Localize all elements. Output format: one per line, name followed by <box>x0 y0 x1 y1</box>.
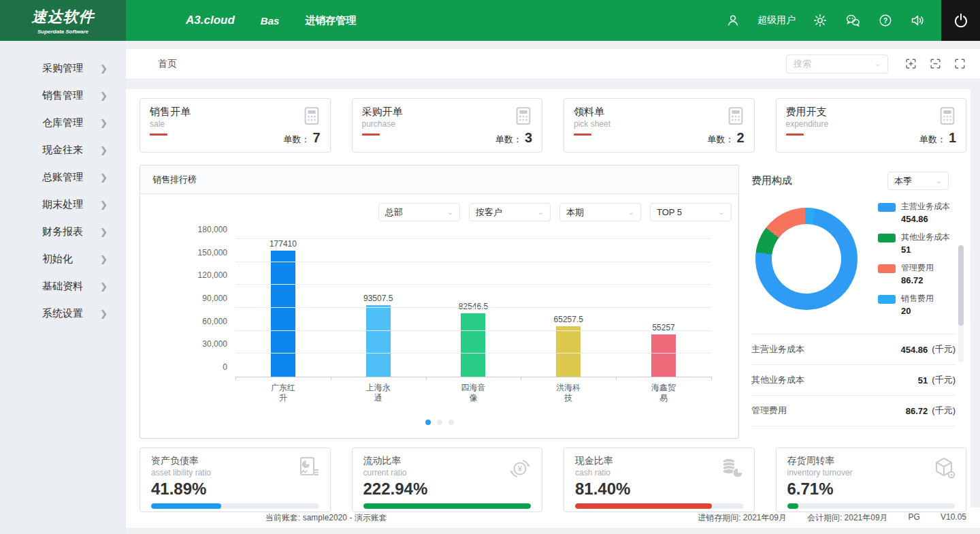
breakdown-row: 管理费用 86.72 (千元) <box>751 396 956 426</box>
status-bar-item: 进销存期间: 2021年09月 <box>698 512 787 524</box>
sidebar-item-label: 财务报表 <box>42 225 83 238</box>
zoom-in-icon[interactable] <box>904 57 917 70</box>
legend-label: 管理费用 <box>901 262 934 274</box>
sidebar-menu: 采购管理 ❯ 销售管理 ❯ 仓库管理 ❯ 现金往来 ❯ 总账管理 ❯ 期末处理 … <box>0 41 126 534</box>
sidebar-item[interactable]: 总账管理 ❯ <box>0 163 126 191</box>
x-axis-tick <box>426 377 427 380</box>
zoom-out-icon[interactable] <box>929 57 942 70</box>
bar-column: 177410 <box>235 239 331 377</box>
settings-gear-icon[interactable] <box>812 12 828 29</box>
nav-item-a3cloud[interactable]: A3.cloud <box>186 14 235 27</box>
sidebar-item[interactable]: 采购管理 ❯ <box>0 54 126 82</box>
chart-filter-select[interactable]: 总部 ⌄ <box>378 203 460 221</box>
y-axis-tick: 150,000 <box>165 248 227 257</box>
stat-card-subtitle: sale <box>150 119 321 129</box>
chevron-right-icon: ❯ <box>100 118 108 128</box>
carousel-dot[interactable] <box>448 420 454 425</box>
chart-filter-select[interactable]: 本期 ⌄ <box>559 203 641 221</box>
tab-home[interactable]: 首页 <box>158 58 177 70</box>
help-icon[interactable]: ? <box>877 12 894 29</box>
metric-card: 现金比率 cash ratio 81.40% <box>564 447 755 512</box>
box-icon <box>930 455 958 482</box>
x-axis-category-label: 洪海科技 <box>521 383 616 403</box>
gridline <box>235 307 711 308</box>
bar <box>461 313 485 377</box>
expense-donut <box>755 208 858 310</box>
x-axis-tick <box>235 377 236 380</box>
metric-card: 存货周转率 inventory turnover 6.71% <box>776 447 967 512</box>
nav-item-bas[interactable]: Bas <box>261 15 280 27</box>
stat-card-title: 采购开单 <box>362 106 533 119</box>
chart-filter-select[interactable]: 按客户 ⌄ <box>469 203 551 221</box>
legend-swatch <box>878 234 896 242</box>
sidebar-item[interactable]: 销售管理 ❯ <box>0 82 126 109</box>
sidebar-item[interactable]: 期末处理 ❯ <box>0 191 126 218</box>
user-icon[interactable] <box>725 12 741 29</box>
stat-card[interactable]: 费用开支 expenditure 单数：1 <box>776 98 967 153</box>
nav-item-inventory-module[interactable]: 进销存管理 <box>305 14 356 27</box>
app-header: 速达软件 Superdata Software A3.cloud Bas 进销存… <box>0 0 980 41</box>
logo-subtitle: Superdata Software <box>37 29 88 35</box>
legend-label: 其他业务成本 <box>901 232 950 243</box>
sidebar-item[interactable]: 系统设置 ❯ <box>0 300 126 327</box>
breakdown-unit: (千元) <box>932 343 956 356</box>
sidebar-item-label: 基础资料 <box>42 280 83 293</box>
chevron-down-icon: ⌄ <box>447 208 453 217</box>
bar <box>366 305 391 377</box>
chevron-down-icon: ⌄ <box>719 208 725 217</box>
breakdown-label: 管理费用 <box>751 405 787 417</box>
sales-ranking-card: 销售排行榜 总部 ⌄ 按客户 ⌄ 本期 ⌄ TOP 5 ⌄ 1774109350… <box>140 165 739 439</box>
sidebar-item-label: 销售管理 <box>42 89 83 102</box>
stat-card-subtitle: purchase <box>362 119 533 129</box>
sidebar-item[interactable]: 财务报表 ❯ <box>0 218 126 245</box>
filter-value: TOP 5 <box>657 207 682 217</box>
x-axis-category-label: 广东红升 <box>235 383 331 403</box>
sidebar-item[interactable]: 仓库管理 ❯ <box>0 109 126 136</box>
calculator-icon <box>513 106 534 126</box>
sidebar-item[interactable]: 初始化 ❯ <box>0 245 126 272</box>
stat-card-count: 单数：2 <box>707 130 744 146</box>
expense-period-select[interactable]: 本季 ⌄ <box>887 172 949 190</box>
x-axis-tick <box>331 377 331 380</box>
fullscreen-icon[interactable] <box>953 57 966 70</box>
metric-card-value: 222.94% <box>363 480 532 499</box>
search-input[interactable]: 搜索 ⌄ <box>786 54 888 74</box>
sidebar-item[interactable]: 现金往来 ❯ <box>0 136 126 163</box>
logout-power-button[interactable] <box>941 0 980 41</box>
sidebar-item-label: 现金往来 <box>42 144 83 157</box>
stat-card[interactable]: 领料单 pick sheet 单数：2 <box>564 98 755 153</box>
app-logo: 速达软件 Superdata Software <box>0 0 126 41</box>
legend-swatch <box>878 203 896 212</box>
metric-card: 流动比率 current ratio 222.94% ¥ <box>352 447 543 512</box>
stat-card[interactable]: 销售开单 sale 单数：7 <box>140 98 331 153</box>
bar-column: 82546.5 <box>426 239 521 377</box>
sidebar-item-label: 采购管理 <box>42 62 83 75</box>
svg-text:¥: ¥ <box>518 465 523 473</box>
calculator-icon <box>937 106 958 126</box>
speaker-icon[interactable] <box>910 12 926 29</box>
expense-legend: 主营业务成本 454.86 其他业务成本 51 管理费用 86.72 销售费用 … <box>878 201 966 316</box>
chart-filter-select[interactable]: TOP 5 ⌄ <box>650 203 732 221</box>
stat-card-count: 单数：3 <box>495 130 532 146</box>
scrollbar-track[interactable] <box>958 245 964 362</box>
chevron-down-icon: ⌄ <box>628 208 634 217</box>
chevron-right-icon: ❯ <box>100 172 108 183</box>
stat-card[interactable]: 采购开单 purchase 单数：3 <box>352 98 543 153</box>
sidebar-item-label: 期末处理 <box>42 198 83 211</box>
breakdown-unit: (千元) <box>932 405 956 417</box>
sidebar-item[interactable]: 基础资料 ❯ <box>0 272 126 300</box>
wechat-icon[interactable] <box>845 12 861 29</box>
chevron-right-icon: ❯ <box>100 254 108 264</box>
stat-card-title: 销售开单 <box>150 106 321 119</box>
breakdown-row: 主营业务成本 454.86 (千元) <box>751 334 956 365</box>
stat-card-count: 单数：7 <box>283 130 320 146</box>
breakdown-row: 其他业务成本 51 (千元) <box>751 365 956 396</box>
legend-item: 主营业务成本 454.86 <box>878 201 950 224</box>
expense-panel: 费用构成 本季 ⌄ 主营业务成本 454.86 其他业务成本 51 <box>751 165 966 439</box>
current-user-label: 超级用户 <box>757 14 796 27</box>
bar-series: 17741093507.582546.565257.555257 <box>235 239 711 377</box>
carousel-dot[interactable] <box>425 420 431 425</box>
stat-row: 销售开单 sale 单数：7 采购开单 purchase 单数：3 <box>140 98 966 153</box>
carousel-dot[interactable] <box>437 420 442 425</box>
scrollbar-thumb[interactable] <box>958 245 964 326</box>
